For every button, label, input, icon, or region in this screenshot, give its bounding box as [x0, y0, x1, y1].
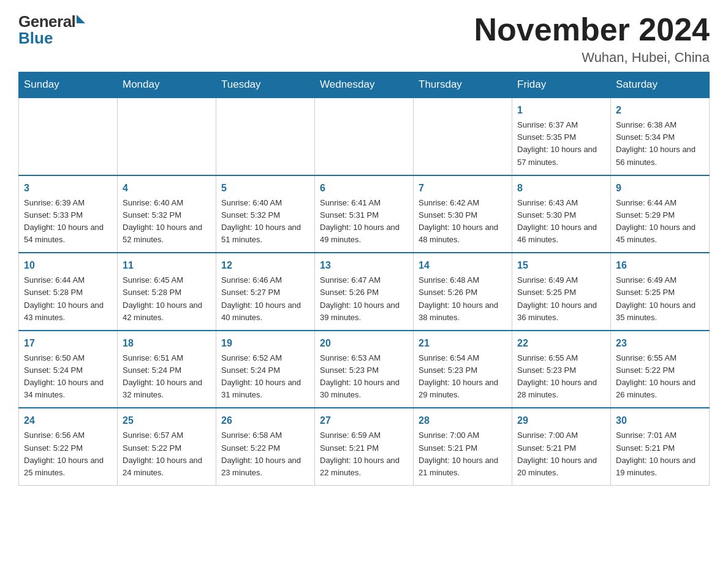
title-area: November 2024 Wuhan, Hubei, China: [474, 12, 710, 66]
day-header-friday: Friday: [512, 72, 611, 98]
day-number: 24: [24, 413, 112, 428]
day-cell: 29Sunrise: 7:00 AMSunset: 5:21 PMDayligh…: [512, 408, 611, 485]
day-cell: 30Sunrise: 7:01 AMSunset: 5:21 PMDayligh…: [611, 408, 710, 485]
day-cell: 3Sunrise: 6:39 AMSunset: 5:33 PMDaylight…: [19, 175, 118, 253]
day-info: Sunrise: 6:50 AMSunset: 5:24 PMDaylight:…: [24, 352, 112, 402]
days-of-week-row: SundayMondayTuesdayWednesdayThursdayFrid…: [19, 72, 710, 98]
day-number: 4: [123, 181, 211, 196]
day-cell: 23Sunrise: 6:55 AMSunset: 5:22 PMDayligh…: [611, 331, 710, 408]
header: General Blue November 2024 Wuhan, Hubei,…: [18, 12, 710, 66]
day-cell: 9Sunrise: 6:44 AMSunset: 5:29 PMDaylight…: [611, 175, 710, 253]
day-cell: 13Sunrise: 6:47 AMSunset: 5:26 PMDayligh…: [315, 253, 414, 331]
day-number: 26: [221, 413, 309, 428]
day-info: Sunrise: 6:51 AMSunset: 5:24 PMDaylight:…: [123, 352, 211, 402]
day-cell: 16Sunrise: 6:49 AMSunset: 5:25 PMDayligh…: [611, 253, 710, 331]
day-cell: 24Sunrise: 6:56 AMSunset: 5:22 PMDayligh…: [19, 408, 118, 485]
day-number: 23: [616, 336, 704, 351]
day-info: Sunrise: 6:59 AMSunset: 5:21 PMDaylight:…: [320, 429, 408, 479]
day-cell: 28Sunrise: 7:00 AMSunset: 5:21 PMDayligh…: [414, 408, 512, 485]
day-info: Sunrise: 6:47 AMSunset: 5:26 PMDaylight:…: [320, 274, 408, 324]
week-row-3: 10Sunrise: 6:44 AMSunset: 5:28 PMDayligh…: [19, 253, 710, 331]
day-cell: 6Sunrise: 6:41 AMSunset: 5:31 PMDaylight…: [315, 175, 414, 253]
day-cell: 1Sunrise: 6:37 AMSunset: 5:35 PMDaylight…: [512, 98, 611, 175]
day-number: 18: [123, 336, 211, 351]
day-info: Sunrise: 6:55 AMSunset: 5:22 PMDaylight:…: [616, 352, 704, 402]
day-number: 11: [123, 258, 211, 273]
calendar-body: 1Sunrise: 6:37 AMSunset: 5:35 PMDaylight…: [19, 98, 710, 485]
day-cell: 17Sunrise: 6:50 AMSunset: 5:24 PMDayligh…: [19, 331, 118, 408]
day-cell: 27Sunrise: 6:59 AMSunset: 5:21 PMDayligh…: [315, 408, 414, 485]
day-info: Sunrise: 6:55 AMSunset: 5:23 PMDaylight:…: [517, 352, 605, 402]
day-number: 17: [24, 336, 112, 351]
day-info: Sunrise: 6:42 AMSunset: 5:30 PMDaylight:…: [419, 197, 507, 247]
day-number: 10: [24, 258, 112, 273]
day-info: Sunrise: 7:00 AMSunset: 5:21 PMDaylight:…: [517, 429, 605, 479]
day-info: Sunrise: 6:52 AMSunset: 5:24 PMDaylight:…: [221, 352, 309, 402]
logo: General Blue: [18, 12, 85, 48]
day-number: 14: [419, 258, 507, 273]
day-cell: 25Sunrise: 6:57 AMSunset: 5:22 PMDayligh…: [118, 408, 216, 485]
day-header-tuesday: Tuesday: [216, 72, 315, 98]
day-info: Sunrise: 6:44 AMSunset: 5:28 PMDaylight:…: [24, 274, 112, 324]
calendar-header: SundayMondayTuesdayWednesdayThursdayFrid…: [19, 72, 710, 98]
day-info: Sunrise: 6:48 AMSunset: 5:26 PMDaylight:…: [419, 274, 507, 324]
day-info: Sunrise: 6:58 AMSunset: 5:22 PMDaylight:…: [221, 429, 309, 479]
day-cell: 2Sunrise: 6:38 AMSunset: 5:34 PMDaylight…: [611, 98, 710, 175]
day-number: 2: [616, 103, 704, 118]
day-number: 28: [419, 413, 507, 428]
day-cell: 20Sunrise: 6:53 AMSunset: 5:23 PMDayligh…: [315, 331, 414, 408]
day-cell: 7Sunrise: 6:42 AMSunset: 5:30 PMDaylight…: [414, 175, 512, 253]
day-number: 25: [123, 413, 211, 428]
day-info: Sunrise: 7:00 AMSunset: 5:21 PMDaylight:…: [419, 429, 507, 479]
day-cell: 15Sunrise: 6:49 AMSunset: 5:25 PMDayligh…: [512, 253, 611, 331]
day-cell: [315, 98, 414, 175]
day-header-sunday: Sunday: [19, 72, 118, 98]
day-cell: [19, 98, 118, 175]
day-number: 9: [616, 181, 704, 196]
day-info: Sunrise: 6:37 AMSunset: 5:35 PMDaylight:…: [517, 119, 605, 169]
day-number: 5: [221, 181, 309, 196]
day-number: 12: [221, 258, 309, 273]
day-cell: 10Sunrise: 6:44 AMSunset: 5:28 PMDayligh…: [19, 253, 118, 331]
day-cell: 26Sunrise: 6:58 AMSunset: 5:22 PMDayligh…: [216, 408, 315, 485]
day-info: Sunrise: 6:44 AMSunset: 5:29 PMDaylight:…: [616, 197, 704, 247]
day-number: 8: [517, 181, 605, 196]
day-number: 30: [616, 413, 704, 428]
day-number: 20: [320, 336, 408, 351]
week-row-4: 17Sunrise: 6:50 AMSunset: 5:24 PMDayligh…: [19, 331, 710, 408]
day-cell: 18Sunrise: 6:51 AMSunset: 5:24 PMDayligh…: [118, 331, 216, 408]
week-row-2: 3Sunrise: 6:39 AMSunset: 5:33 PMDaylight…: [19, 175, 710, 253]
day-cell: 12Sunrise: 6:46 AMSunset: 5:27 PMDayligh…: [216, 253, 315, 331]
calendar-title: November 2024: [474, 12, 710, 47]
day-cell: 14Sunrise: 6:48 AMSunset: 5:26 PMDayligh…: [414, 253, 512, 331]
day-info: Sunrise: 6:57 AMSunset: 5:22 PMDaylight:…: [123, 429, 211, 479]
day-header-thursday: Thursday: [414, 72, 512, 98]
day-info: Sunrise: 6:49 AMSunset: 5:25 PMDaylight:…: [517, 274, 605, 324]
day-header-monday: Monday: [118, 72, 216, 98]
day-number: 16: [616, 258, 704, 273]
calendar-subtitle: Wuhan, Hubei, China: [474, 50, 710, 66]
week-row-1: 1Sunrise: 6:37 AMSunset: 5:35 PMDaylight…: [19, 98, 710, 175]
day-info: Sunrise: 6:43 AMSunset: 5:30 PMDaylight:…: [517, 197, 605, 247]
day-header-wednesday: Wednesday: [315, 72, 414, 98]
day-number: 13: [320, 258, 408, 273]
day-cell: [216, 98, 315, 175]
day-number: 7: [419, 181, 507, 196]
day-number: 21: [419, 336, 507, 351]
day-cell: 19Sunrise: 6:52 AMSunset: 5:24 PMDayligh…: [216, 331, 315, 408]
day-cell: 4Sunrise: 6:40 AMSunset: 5:32 PMDaylight…: [118, 175, 216, 253]
week-row-5: 24Sunrise: 6:56 AMSunset: 5:22 PMDayligh…: [19, 408, 710, 485]
calendar-table: SundayMondayTuesdayWednesdayThursdayFrid…: [18, 72, 710, 486]
day-info: Sunrise: 6:53 AMSunset: 5:23 PMDaylight:…: [320, 352, 408, 402]
day-cell: 11Sunrise: 6:45 AMSunset: 5:28 PMDayligh…: [118, 253, 216, 331]
day-info: Sunrise: 6:49 AMSunset: 5:25 PMDaylight:…: [616, 274, 704, 324]
day-number: 19: [221, 336, 309, 351]
day-number: 22: [517, 336, 605, 351]
logo-triangle-icon: [77, 15, 85, 23]
day-cell: 8Sunrise: 6:43 AMSunset: 5:30 PMDaylight…: [512, 175, 611, 253]
day-number: 27: [320, 413, 408, 428]
day-number: 15: [517, 258, 605, 273]
day-cell: 21Sunrise: 6:54 AMSunset: 5:23 PMDayligh…: [414, 331, 512, 408]
day-cell: 22Sunrise: 6:55 AMSunset: 5:23 PMDayligh…: [512, 331, 611, 408]
day-info: Sunrise: 6:45 AMSunset: 5:28 PMDaylight:…: [123, 274, 211, 324]
